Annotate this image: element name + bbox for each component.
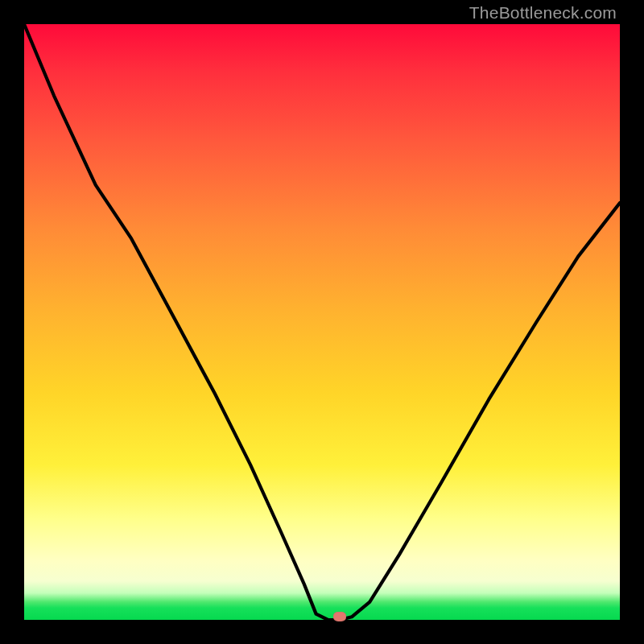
curve-path: [24, 24, 620, 620]
watermark-label: TheBottleneck.com: [469, 3, 617, 23]
plot-area: [24, 24, 620, 620]
minimum-marker: [333, 612, 346, 621]
chart-frame: TheBottleneck.com: [0, 0, 644, 644]
bottleneck-curve: [24, 24, 620, 620]
